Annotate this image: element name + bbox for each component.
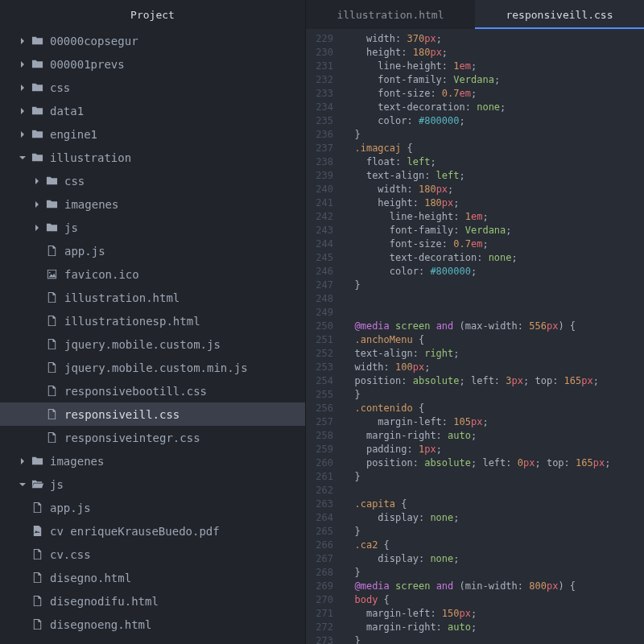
line-gutter: 2292302312322332342352362372382392402412… <box>306 32 343 644</box>
arrow-spacer <box>32 316 42 326</box>
tree-item[interactable]: disegnoeng.html <box>0 613 305 636</box>
editor-tab[interactable]: responsiveill.css <box>475 0 644 29</box>
tree-item[interactable]: js <box>0 473 305 496</box>
code-editor[interactable]: 2292302312322332342352362372382392402412… <box>306 29 644 644</box>
tree-item[interactable]: illustration <box>0 146 305 169</box>
tree-item-label: js <box>64 221 78 234</box>
tree-item-label: favicon.ico <box>64 268 139 281</box>
chevron-right-icon[interactable] <box>18 456 27 466</box>
tree-item[interactable]: 00000copsegur <box>0 29 305 52</box>
tree-item[interactable]: illustration.html <box>0 286 305 309</box>
chevron-right-icon[interactable] <box>32 223 42 233</box>
tree-item-label: app.js <box>64 245 105 258</box>
tree-item[interactable]: app.js <box>0 496 305 519</box>
arrow-spacer <box>18 550 27 559</box>
tree-item[interactable]: responsiveill.css <box>0 402 305 426</box>
tree-item-label: js <box>50 478 64 491</box>
file-icon <box>45 361 58 374</box>
tree-item[interactable]: imagenes <box>0 192 305 216</box>
file-icon <box>45 338 58 351</box>
tree-item-label: jquery.mobile.custom.min.js <box>64 361 248 374</box>
tab-bar: illustration.htmlresponsiveill.css <box>306 0 644 29</box>
arrow-spacer <box>32 386 42 396</box>
chevron-right-icon[interactable] <box>32 200 42 209</box>
project-sidebar: Project 00000copsegur000001prevscssdata1… <box>0 0 306 644</box>
tree-item[interactable]: data1 <box>0 99 305 122</box>
tree-item-label: 000001prevs <box>50 58 125 71</box>
folder-icon <box>31 151 43 164</box>
folder-icon <box>45 198 58 211</box>
file-icon <box>31 502 43 514</box>
file-icon <box>45 315 58 328</box>
editor-area: illustration.htmlresponsiveill.css 22923… <box>306 0 644 644</box>
tree-item[interactable]: 000001prevs <box>0 52 305 76</box>
tree-item-label: imagenes <box>50 455 104 468</box>
tree-item-label: jquery.mobile.custom.js <box>64 338 221 351</box>
chevron-right-icon[interactable] <box>18 83 27 93</box>
chevron-right-icon[interactable] <box>18 36 27 46</box>
tree-item[interactable]: disegno.html <box>0 566 305 589</box>
arrow-spacer <box>32 433 42 443</box>
chevron-right-icon[interactable] <box>18 106 27 116</box>
folder-icon <box>31 455 43 468</box>
tree-item-label: engine1 <box>50 128 97 141</box>
tree-item-label: illustrationesp.html <box>64 315 200 328</box>
tree-item[interactable]: cv enriqueKrauseBuedo.pdf <box>0 519 305 543</box>
tree-item-label: illustration.html <box>64 291 180 304</box>
file-icon <box>45 245 58 258</box>
tree-item-label: disegnodifu.html <box>50 595 159 608</box>
tree-item-label: imagenes <box>64 198 118 211</box>
tree-item-label: responsiveill.css <box>64 408 180 421</box>
arrow-spacer <box>32 270 42 279</box>
tree-item[interactable]: app.js <box>0 239 305 262</box>
tree-item[interactable]: css <box>0 76 305 99</box>
tree-item[interactable]: responsivebootill.css <box>0 379 305 402</box>
arrow-spacer <box>18 503 27 513</box>
tree-item-label: app.js <box>50 502 91 514</box>
file-icon <box>45 431 58 444</box>
chevron-right-icon[interactable] <box>18 130 27 139</box>
file-icon <box>31 595 43 608</box>
tree-item-label: responsivebootill.css <box>64 385 207 398</box>
tree-item[interactable]: responsiveintegr.css <box>0 426 305 449</box>
folder-icon <box>45 221 58 234</box>
tree-item[interactable]: illustrationesp.html <box>0 309 305 332</box>
tree-item-label: cv.css <box>50 548 91 561</box>
tree-item[interactable]: css <box>0 169 305 192</box>
arrow-spacer <box>32 340 42 349</box>
folder-icon <box>31 105 43 118</box>
folder-icon <box>31 81 43 94</box>
file-icon <box>45 291 58 304</box>
folder-icon <box>31 58 43 71</box>
arrow-spacer <box>32 293 42 303</box>
arrow-spacer <box>18 620 27 630</box>
arrow-spacer <box>32 246 42 256</box>
arrow-spacer <box>18 597 27 606</box>
tree-item-label: 00000copsegur <box>50 35 138 47</box>
tree-item[interactable]: disegnodifu.html <box>0 589 305 613</box>
file-tree[interactable]: 00000copsegur000001prevscssdata1engine1i… <box>0 29 305 644</box>
file-icon <box>31 548 43 561</box>
tree-item[interactable]: cv.css <box>0 543 305 566</box>
tree-item[interactable]: js <box>0 216 305 239</box>
arrow-spacer <box>32 410 42 419</box>
code-lines[interactable]: width: 370px; height: 180px; line-height… <box>343 32 644 644</box>
tree-item-label: responsiveintegr.css <box>64 431 200 444</box>
chevron-right-icon[interactable] <box>18 60 27 69</box>
pdf-icon <box>31 525 43 538</box>
file-icon <box>31 572 43 584</box>
file-icon <box>45 385 58 398</box>
tree-item[interactable]: jquery.mobile.custom.js <box>0 332 305 356</box>
tree-item[interactable]: jquery.mobile.custom.min.js <box>0 356 305 379</box>
tree-item[interactable]: favicon.ico <box>0 262 305 286</box>
tree-item-label: illustration <box>50 151 131 164</box>
editor-tab[interactable]: illustration.html <box>306 0 475 29</box>
chevron-down-icon[interactable] <box>18 480 27 489</box>
folder-icon <box>31 35 43 47</box>
sidebar-title: Project <box>0 0 305 29</box>
tree-item[interactable]: engine1 <box>0 122 305 146</box>
chevron-right-icon[interactable] <box>32 176 42 186</box>
folder-icon <box>31 128 43 141</box>
tree-item[interactable]: imagenes <box>0 449 305 473</box>
chevron-down-icon[interactable] <box>18 153 27 163</box>
